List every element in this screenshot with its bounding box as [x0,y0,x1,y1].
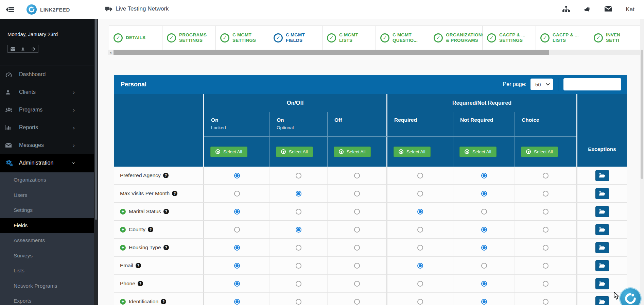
radio-on-optional[interactable] [296,299,301,305]
radio-choice[interactable] [543,227,549,233]
radio-choice[interactable] [543,299,549,305]
exceptions-button[interactable] [595,296,609,305]
exceptions-button[interactable] [595,206,609,217]
sidebar-item-messages[interactable]: Messages › [0,136,94,154]
sidebar-subitem-surveys[interactable]: Surveys [0,248,94,264]
horizontal-scrollbar-thumb[interactable] [114,50,549,55]
select-all-button-on-locked[interactable]: Select All [210,147,247,157]
radio-not-required[interactable] [481,263,487,269]
radio-off[interactable] [354,209,360,215]
envelope-icon[interactable] [605,6,612,13]
exceptions-button[interactable] [595,188,609,199]
sidebar-subitem-fields[interactable]: Fields [0,218,98,233]
sidebar-item-dashboard[interactable]: Dashboard [0,66,94,83]
exceptions-button[interactable] [595,242,609,253]
sitemap-icon[interactable] [562,6,570,13]
radio-off[interactable] [354,299,360,305]
tab-c-mgmt-lists[interactable]: ✓C MGMTLISTS [323,26,376,50]
radio-required[interactable] [417,227,423,233]
radio-required[interactable] [417,263,423,269]
help-icon[interactable]: ? [138,281,143,286]
radio-on-locked[interactable] [234,299,240,305]
select-all-button-required[interactable]: Select All [394,147,431,157]
radio-off[interactable] [354,263,360,269]
radio-off[interactable] [354,281,360,287]
sidebar-subitem-lists[interactable]: Lists [0,263,94,278]
radio-on-locked[interactable] [234,281,240,287]
radio-not-required[interactable] [481,191,487,197]
tab-cacfp-settings[interactable]: ✓CACFP & ...SETTINGS [483,26,536,50]
radio-on-optional[interactable] [296,209,301,215]
tab-details[interactable]: ✓DETAILS [109,26,162,50]
tabs-horizontal-scrollbar[interactable]: ◄ ► [108,50,644,55]
sidebar-scrollbar[interactable] [94,19,98,305]
radio-required[interactable] [417,299,423,305]
radio-off[interactable] [354,245,360,251]
tab-c-mgmt-questions[interactable]: ✓C MGMTQUESTIO... [376,26,429,50]
radio-on-optional[interactable] [296,263,301,269]
radio-choice[interactable] [543,263,549,269]
radio-choice[interactable] [543,191,549,197]
sidebar-scrollbar-thumb[interactable] [95,19,97,220]
help-icon[interactable]: ? [172,191,177,196]
radio-required[interactable] [417,209,423,215]
power-icon[interactable] [28,45,38,53]
radio-choice[interactable] [543,209,549,215]
per-page-select[interactable]: 50 [530,79,553,90]
radio-on-locked[interactable] [234,191,240,197]
radio-off[interactable] [354,227,360,233]
radio-not-required[interactable] [481,227,487,233]
user-menu[interactable]: Kat [626,6,634,13]
radio-not-required[interactable] [481,173,487,179]
radio-required[interactable] [417,173,423,179]
radio-required[interactable] [417,191,423,197]
exceptions-button[interactable] [595,278,609,289]
help-icon[interactable]: ? [136,263,141,268]
megaphone-icon[interactable] [584,6,591,13]
radio-on-locked[interactable] [234,209,240,215]
radio-on-optional[interactable] [296,173,301,179]
sidebar-subitem-network-programs[interactable]: Network Programs [0,278,94,294]
sidebar-item-programs[interactable]: Programs › [0,101,94,119]
exceptions-button[interactable] [595,260,609,271]
tab-inventory-settings[interactable]: ✓INVENSETTI [589,26,643,50]
radio-not-required[interactable] [481,299,487,305]
sidebar-item-clients[interactable]: Clients › [0,83,94,101]
page-vertical-scrollbar[interactable] [640,19,644,305]
plus-icon[interactable]: + [120,227,126,233]
scroll-left-arrow-icon[interactable]: ◄ [108,50,113,55]
select-all-button-on-optional[interactable]: Select All [276,147,313,157]
sidebar-subitem-organizations[interactable]: Organizations [0,172,94,188]
radio-off[interactable] [354,173,360,179]
help-icon[interactable]: ? [163,209,169,214]
radio-on-locked[interactable] [234,245,240,251]
sidebar-subitem-assessments[interactable]: Assessments [0,233,94,248]
select-all-button-choice[interactable]: Select All [521,147,558,157]
radio-not-required[interactable] [481,245,487,251]
radio-choice[interactable] [543,245,549,251]
radio-on-locked[interactable] [234,263,240,269]
brand[interactable]: LINK2FEED [27,4,70,15]
radio-required[interactable] [417,281,423,287]
search-input[interactable] [563,78,621,90]
vertical-scrollbar-thumb[interactable] [641,50,643,179]
plus-icon[interactable]: + [120,209,126,215]
help-icon[interactable]: ? [163,173,169,178]
sidebar-item-administration[interactable]: Administration › [0,154,94,172]
sidebar-item-reports[interactable]: Reports › [0,119,94,136]
radio-on-locked[interactable] [234,227,240,233]
sidebar-subitem-users[interactable]: Users [0,188,94,203]
help-icon[interactable]: ? [163,245,169,250]
collapse-menu-icon[interactable] [5,4,19,15]
exceptions-button[interactable] [595,224,609,235]
radio-choice[interactable] [543,281,549,287]
tab-organizations-programs[interactable]: ✓ORGANIZATIONS& PROGRAMS [429,26,483,50]
radio-off[interactable] [354,191,360,197]
plus-icon[interactable]: + [120,245,126,251]
radio-not-required[interactable] [481,209,487,215]
sidebar-subitem-settings[interactable]: Settings [0,203,94,218]
tab-cacfp-lists[interactable]: ✓CACFP & ...LISTS [536,26,589,50]
sidebar-subitem-exports[interactable]: Exports [0,293,94,305]
radio-on-optional[interactable] [296,281,301,287]
plus-icon[interactable]: + [120,299,126,305]
